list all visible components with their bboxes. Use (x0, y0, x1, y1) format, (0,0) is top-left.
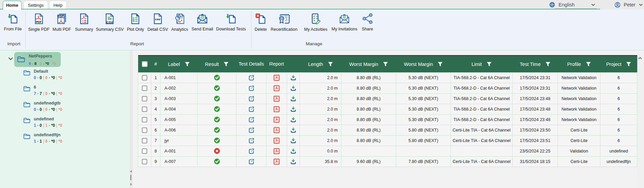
svg-text:PDF: PDF (58, 15, 63, 18)
svg-text:csv: csv (155, 17, 161, 21)
svg-text:@: @ (200, 15, 205, 20)
svg-text:CSV: CSV (106, 20, 113, 24)
svg-text:PDF: PDF (36, 20, 42, 24)
